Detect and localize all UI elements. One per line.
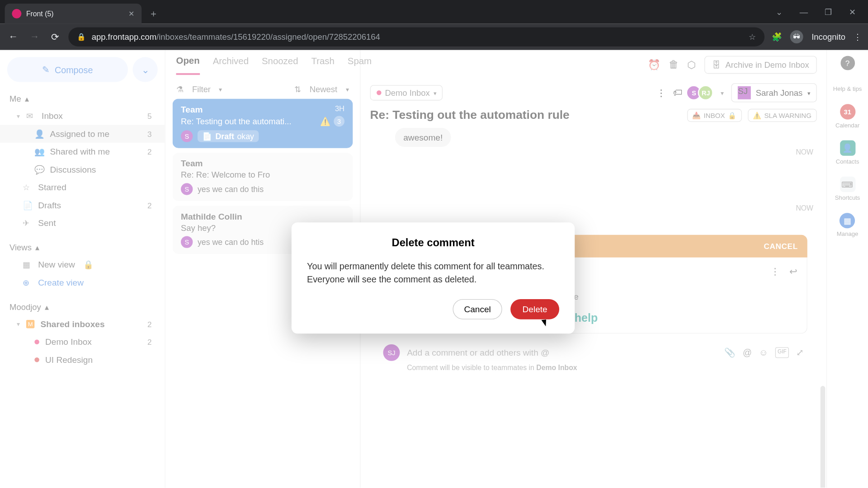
address-bar[interactable]: 🔒 app.frontapp.com/inboxes/teammates/156…	[68, 28, 764, 47]
minimize-icon[interactable]: ―	[791, 4, 816, 20]
browser-tab-bar: Front (5) ✕ ＋ ⌄ ― ❐ ✕	[0, 0, 868, 24]
incognito-label: Incognito	[811, 32, 845, 42]
tab-close-icon[interactable]: ✕	[128, 9, 134, 18]
browser-tab[interactable]: Front (5) ✕	[5, 4, 142, 24]
cancel-button[interactable]: Cancel	[453, 299, 502, 319]
url-host: app.frontapp.com	[92, 32, 156, 42]
browser-menu-icon[interactable]: ⋮	[854, 32, 862, 42]
favicon	[12, 9, 21, 19]
modal-title: Delete comment	[307, 237, 559, 249]
star-icon[interactable]: ☆	[749, 32, 756, 42]
incognito-icon: 🕶	[790, 30, 803, 43]
tab-title: Front (5)	[26, 9, 54, 18]
url-path: /inboxes/teammates/15619220/assigned/ope…	[156, 32, 380, 42]
delete-button[interactable]: Delete	[510, 299, 559, 319]
modal-body: You will permanently delete this comment…	[307, 260, 559, 286]
caret-down-icon[interactable]: ⌄	[768, 4, 792, 20]
window-controls: ⌄ ― ❐ ✕	[768, 4, 865, 20]
browser-url-bar: ← → ⟳ 🔒 app.frontapp.com/inboxes/teammat…	[0, 24, 868, 50]
maximize-icon[interactable]: ❐	[816, 4, 841, 20]
lock-icon: 🔒	[77, 33, 86, 41]
new-tab-button[interactable]: ＋	[149, 7, 158, 20]
forward-icon: →	[28, 29, 42, 44]
delete-comment-modal: Delete comment You will permanently dele…	[292, 222, 575, 333]
back-icon[interactable]: ←	[6, 29, 20, 44]
reload-icon[interactable]: ⟳	[49, 29, 61, 45]
extensions-icon[interactable]: 🧩	[772, 32, 782, 42]
close-window-icon[interactable]: ✕	[841, 4, 865, 20]
